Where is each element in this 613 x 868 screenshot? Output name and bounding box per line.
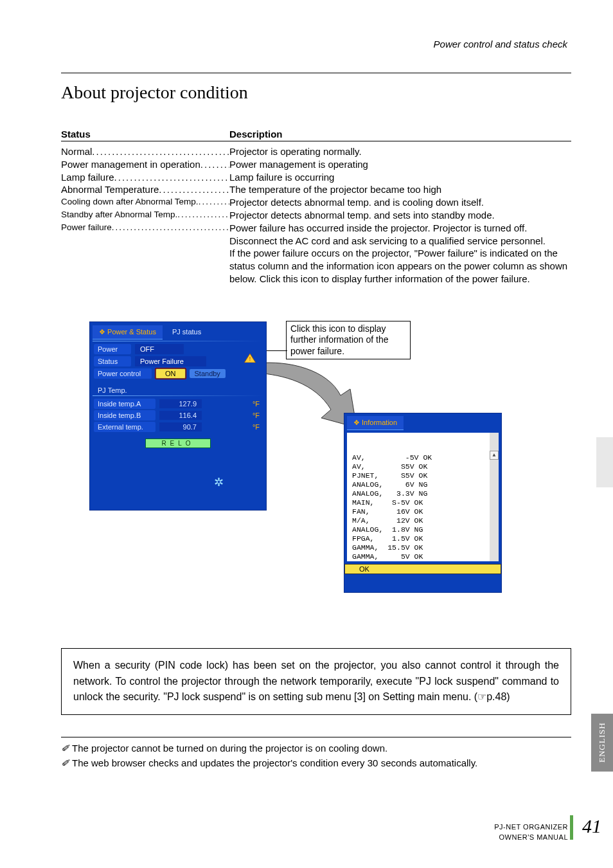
status-value: Power Failure — [135, 356, 206, 366]
security-note-box: When a security (PIN code lock) has been… — [61, 648, 571, 715]
status-table-header: Status Description — [61, 129, 571, 141]
pj-status-section: PJ status — [167, 325, 210, 336]
information-panel: ❖ Information AV, -5V OK AV, S5V OK PJNE… — [344, 413, 502, 593]
temp-row: Inside temp.B116.4°F — [94, 410, 262, 420]
status-label: Standby after Abnormal Temp. — [61, 209, 177, 221]
info-title-icon: ❖ — [353, 419, 360, 426]
scroll-track[interactable] — [490, 478, 499, 561]
leader-dots: ........................................… — [159, 183, 229, 196]
status-row: Power failure...........................… — [61, 222, 571, 248]
status-label: Abnormal Temperature — [61, 183, 159, 196]
leader-dots: ........................................… — [200, 158, 229, 171]
status-table-body: Normal..................................… — [61, 145, 571, 247]
side-tab — [596, 437, 613, 487]
status-description: Projector detects abnormal temp. and is … — [229, 196, 571, 209]
info-body: AV, -5V OK AV, S5V OK PJNET, S5V OK ANAL… — [347, 433, 499, 561]
temp-label: Inside temp.B — [94, 410, 155, 420]
callout-box: Click this icon to display further infor… — [286, 321, 411, 360]
scroll-up-button[interactable]: ▲ — [490, 451, 499, 460]
leader-dots: ........................................… — [177, 209, 229, 221]
col-header-description: Description — [229, 129, 571, 140]
panel-title-tab: ❖ Power & Status — [93, 325, 163, 339]
power-failure-extra-text: If the power failure occurs on the proje… — [229, 247, 571, 285]
panel-title-icon: ❖ — [99, 328, 105, 336]
page-number: 41 — [582, 815, 601, 837]
col-header-status: Status — [61, 129, 229, 140]
status-row: Abnormal Temperature....................… — [61, 183, 571, 196]
status-label: Status — [94, 356, 131, 366]
status-label: Power failure — [61, 222, 112, 233]
status-description: Power failure has occurred inside the pr… — [229, 222, 571, 248]
status-row: Lamp failure............................… — [61, 171, 571, 184]
status-description: Power management is operating — [229, 158, 571, 171]
temp-row: Inside temp.A127.9°F — [94, 399, 262, 409]
header-rule — [61, 73, 571, 73]
footer: PJ-NET ORGANIZER OWNER'S MANUAL — [494, 822, 568, 842]
side-english-tab: ENGLISH — [591, 714, 613, 772]
status-description: Projector is operating normally. — [229, 145, 571, 158]
pen-icon: ✐ — [61, 758, 69, 768]
leader-dots: ........................................… — [92, 145, 229, 158]
footnote-1: ✐The projector cannot be turned on durin… — [61, 741, 571, 756]
temp-label: External temp. — [94, 422, 155, 432]
power-status-panel: ❖ Power & Status PJ status Power OFF ! S… — [89, 321, 267, 511]
relo-button[interactable]: RELO — [145, 439, 211, 448]
ok-button[interactable]: OK — [344, 564, 501, 574]
page-title: About projector condition — [61, 82, 571, 103]
scrollbar[interactable]: ▲ ▼ — [490, 433, 499, 561]
callout-leader-line — [265, 350, 287, 351]
status-row: Normal..................................… — [61, 145, 571, 158]
footer-line1: PJ-NET ORGANIZER — [494, 822, 568, 832]
status-row: Power management in operation...........… — [61, 158, 571, 171]
status-description: Projector detects abnormal temp. and set… — [229, 209, 571, 222]
svg-text:!: ! — [249, 356, 251, 362]
temp-label: Inside temp.A — [94, 399, 155, 409]
footer-green-bar — [570, 815, 573, 840]
footnote-2: ✐The web browser checks and updates the … — [61, 756, 571, 771]
info-title-text: Information — [362, 419, 397, 426]
leader-dots: ........................................… — [114, 171, 229, 184]
footnotes: ✐The projector cannot be turned on durin… — [61, 737, 571, 771]
power-value: OFF — [135, 344, 184, 354]
temp-unit: °F — [253, 411, 262, 419]
panel-title-text: Power & Status — [107, 328, 156, 336]
status-description: Lamp failure is occurring — [229, 171, 571, 184]
status-label: Cooling down after Abnormal Temp. — [61, 196, 199, 208]
standby-button[interactable]: Standby — [190, 369, 226, 378]
status-description: The temperature of the projector became … — [229, 183, 571, 196]
section-underline — [93, 341, 263, 341]
power-label: Power — [94, 344, 131, 354]
footer-line2: OWNER'S MANUAL — [494, 833, 568, 842]
temp-value: 127.9 — [159, 399, 202, 408]
on-button[interactable]: ON — [155, 368, 186, 379]
status-label: Normal — [61, 145, 92, 158]
leader-dots: ........................................… — [112, 222, 229, 233]
pj-temp-section: PJ Temp. — [93, 384, 136, 394]
leader-dots: ........................................… — [199, 196, 229, 208]
status-row: Cooling down after Abnormal Temp........… — [61, 196, 571, 209]
temp-value: 116.4 — [159, 411, 202, 420]
power-control-label: Power control — [94, 368, 152, 379]
fan-icon: ✲ — [214, 475, 224, 489]
header-subtitle: Power control and status check — [61, 39, 567, 50]
status-label: Lamp failure — [61, 171, 114, 184]
status-label: Power management in operation — [61, 158, 200, 171]
temp-value: 90.7 — [159, 422, 202, 431]
section-underline-2 — [93, 395, 263, 396]
caution-icon[interactable]: ! — [244, 354, 256, 363]
info-title-tab: ❖ Information — [347, 416, 404, 430]
temp-row: External temp.90.7°F — [94, 422, 262, 432]
pen-icon: ✐ — [61, 743, 69, 754]
status-row: Standby after Abnormal Temp.............… — [61, 209, 571, 222]
temp-unit: °F — [253, 423, 262, 431]
temp-unit: °F — [253, 400, 262, 408]
